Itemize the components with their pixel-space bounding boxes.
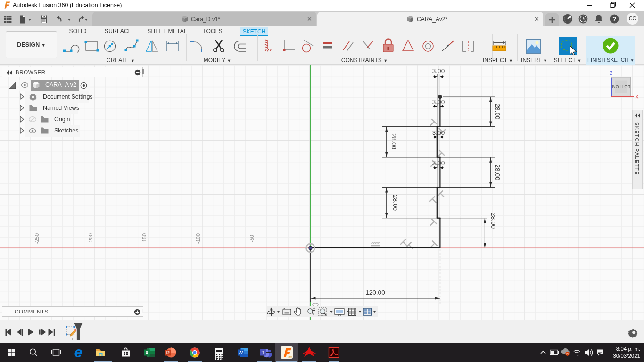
svg-text:-150: -150 — [141, 233, 147, 244]
svg-text:28.00: 28.00 — [490, 213, 497, 229]
svg-text:3.00: 3.00 — [432, 67, 445, 74]
svg-text:28.00: 28.00 — [390, 133, 397, 149]
svg-text:X: X — [145, 350, 149, 355]
svg-text:?: ? — [612, 16, 616, 23]
svg-text:28.00: 28.00 — [494, 104, 501, 120]
svg-text:X: X — [635, 94, 638, 99]
svg-text:360: 360 — [288, 356, 292, 358]
svg-text:-200: -200 — [88, 233, 93, 244]
svg-text:-50: -50 — [249, 235, 255, 242]
svg-text:T: T — [262, 350, 264, 355]
svg-text:-100: -100 — [195, 233, 201, 244]
svg-text:P: P — [166, 350, 170, 355]
svg-text:BOTTOM: BOTTOM — [612, 84, 630, 89]
svg-text:W: W — [239, 350, 243, 355]
svg-text:-250: -250 — [34, 233, 40, 244]
svg-text:3.00: 3.00 — [432, 159, 445, 166]
svg-text:120.00: 120.00 — [365, 289, 385, 296]
svg-text:28.00: 28.00 — [494, 165, 501, 181]
svg-text:3.00: 3.00 — [432, 129, 445, 136]
svg-text:e: e — [74, 344, 82, 361]
svg-text:3.00: 3.00 — [432, 99, 445, 106]
svg-text:Z: Z — [610, 70, 613, 76]
svg-text:28.00: 28.00 — [392, 195, 399, 211]
